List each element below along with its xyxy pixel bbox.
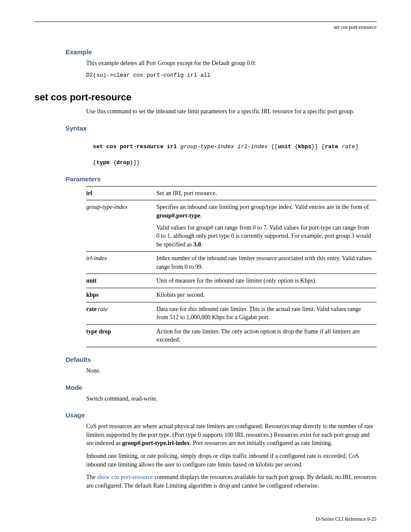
- table-row: rate rate Data rate for this inbound rat…: [86, 302, 377, 324]
- param-name: irl-index: [86, 255, 107, 261]
- syntax-part: {: [110, 159, 117, 166]
- param-name: unit: [86, 277, 97, 284]
- defaults-text: None.: [86, 367, 377, 375]
- table-row: irl Set an IRL port resource.: [86, 186, 377, 200]
- page-footer: D-Series CLI Reference 9-25: [34, 516, 377, 523]
- page-header: set cos port-resource: [34, 22, 377, 40]
- example-code: D2(su)->clear cos port-config irl all: [86, 72, 377, 79]
- parameters-heading: Parameters: [65, 174, 377, 184]
- param-desc-extra: Valid values for group# can range from 0…: [156, 224, 373, 249]
- param-desc: Specifies an inbound rate limiting port …: [156, 200, 377, 252]
- usage-para-3: The show cos port-resource command displ…: [86, 473, 377, 490]
- footer-text: D-Series CLI Reference 9-25: [316, 516, 377, 522]
- table-row: irl-index Index number of the inbound ra…: [86, 252, 377, 274]
- syntax-part: {[: [268, 143, 277, 150]
- header-right-text: set cos port-resource: [334, 24, 377, 30]
- param-desc: Unit of measure for the inbound rate lim…: [156, 274, 377, 288]
- table-row: type drop Action for the rate limiter. T…: [86, 324, 377, 347]
- param-name: type drop: [86, 328, 111, 335]
- example-heading: Example: [65, 47, 377, 56]
- syntax-part: drop: [116, 159, 130, 166]
- syntax-part: }]}: [130, 159, 140, 166]
- table-row: unit Unit of measure for the inbound rat…: [86, 274, 377, 288]
- parameters-table: irl Set an IRL port resource. group-type…: [86, 186, 377, 347]
- syntax-part: }] [: [311, 143, 325, 150]
- syntax-heading: Syntax: [65, 124, 377, 133]
- syntax-part: {: [291, 143, 298, 150]
- param-name: kbps: [86, 292, 99, 298]
- param-desc: Kilobits per second.: [156, 288, 377, 302]
- show-cos-port-resource-link[interactable]: show cos port-resource: [97, 474, 153, 480]
- param-name: rate rate: [86, 302, 156, 324]
- mode-heading: Mode: [65, 383, 377, 392]
- usage-para-1: CoS port resources are where actual phys…: [86, 422, 377, 448]
- param-name: irl: [86, 190, 92, 196]
- param-name: group-type-index: [86, 204, 128, 210]
- param-desc: Set an IRL port resource.: [156, 186, 377, 200]
- usage-heading: Usage: [65, 411, 377, 420]
- syntax-part: kbps: [298, 143, 311, 150]
- syntax-part: type: [96, 159, 109, 166]
- syntax-part: group-type-index irl-index: [180, 143, 268, 150]
- param-desc: Index number of the inbound rate limiter…: [156, 252, 377, 274]
- command-title: set cos port-resource: [34, 91, 377, 104]
- table-row: group-type-index Specifies an inbound ra…: [86, 200, 377, 252]
- syntax-block: set cos port-resource irl group-type-ind…: [86, 135, 377, 167]
- syntax-part: rate: [342, 143, 355, 150]
- syntax-part: set cos port-resource irl: [93, 143, 181, 150]
- syntax-part: rate: [325, 143, 342, 150]
- syntax-part: ]: [355, 143, 358, 150]
- command-intro: Use this command to set the inbound rate…: [86, 107, 377, 116]
- example-text: This example deletes all Port Groups exc…: [86, 59, 377, 68]
- param-desc: Data rate for this inbound rate limiter.…: [156, 302, 377, 324]
- mode-text: Switch command, read-write.: [86, 395, 377, 403]
- param-desc: Action for the rate limiter. The only ac…: [156, 324, 377, 347]
- syntax-part: unit: [278, 143, 291, 150]
- table-row: kbps Kilobits per second.: [86, 288, 377, 302]
- defaults-heading: Defaults: [65, 355, 377, 364]
- usage-para-2: Inbound rate limiting, or rate policing,…: [86, 452, 377, 469]
